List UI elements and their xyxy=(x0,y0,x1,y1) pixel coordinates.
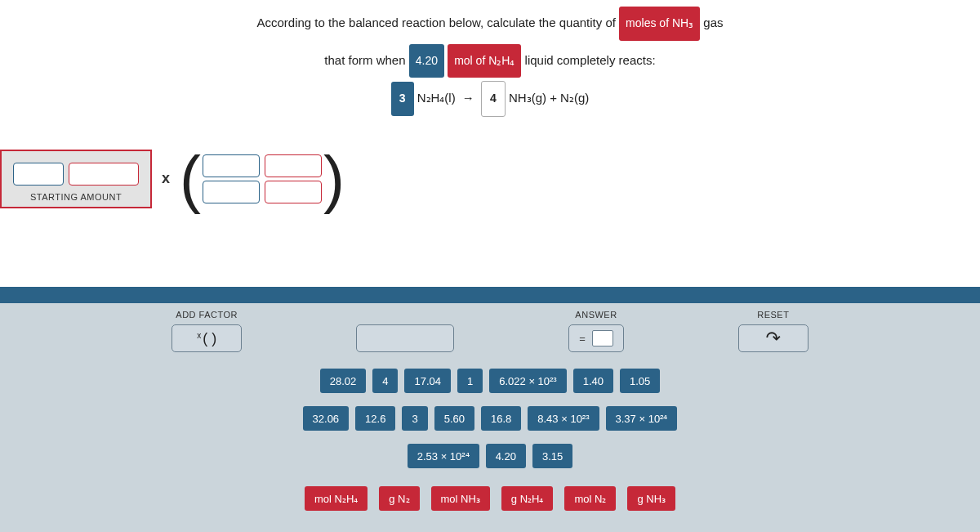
coefficient-2[interactable]: 4 xyxy=(481,81,506,117)
number-tile[interactable]: 3 xyxy=(402,406,427,431)
number-tile[interactable]: 5.60 xyxy=(434,406,474,431)
factor-box: ( ) xyxy=(180,154,345,204)
number-tile[interactable]: 12.6 xyxy=(355,406,395,431)
number-tile[interactable]: 3.37 × 10²⁴ xyxy=(606,406,678,431)
number-tile[interactable]: 28.02 xyxy=(320,369,367,393)
equals-icon: = xyxy=(579,333,586,345)
answer-slot xyxy=(592,330,613,346)
unit-tile[interactable]: mol N₂ xyxy=(564,486,616,511)
number-tile[interactable]: 8.43 × 10²³ xyxy=(528,406,599,431)
number-tile[interactable]: 1 xyxy=(457,369,483,393)
number-tile[interactable]: 6.022 × 10²³ xyxy=(489,369,566,393)
setup-row: STARTING AMOUNT x ( ) xyxy=(0,150,980,208)
numerator-unit-slot[interactable] xyxy=(265,154,322,177)
add-factor-label: ADD FACTOR xyxy=(172,310,242,320)
fraction xyxy=(203,154,322,203)
q-suffix1: gas xyxy=(703,16,723,29)
products: NH₃(g) + N₂(g) xyxy=(509,91,589,105)
q-target: moles of NH₃ xyxy=(619,7,700,41)
unit-tile[interactable]: mol N₂H₄ xyxy=(305,486,368,511)
reactant: N₂H₄(l) xyxy=(417,91,456,105)
add-factor-text: ( ) xyxy=(203,330,216,347)
answer-button[interactable]: = xyxy=(568,324,624,352)
starting-value-slot[interactable] xyxy=(13,163,64,186)
number-tile[interactable]: 17.04 xyxy=(404,369,451,393)
times-symbol: x xyxy=(162,170,170,187)
controls-row: ADD FACTOR x ( ) ANSWER = RESET ↶ xyxy=(0,303,980,369)
reset-label: RESET xyxy=(738,310,808,320)
q-amount-unit: mol of N₂H₄ xyxy=(448,44,521,78)
arrow-icon: → xyxy=(462,83,474,113)
unit-tile[interactable]: g N₂ xyxy=(379,486,419,511)
q-suffix2: liquid completely reacts: xyxy=(525,53,656,67)
q-prefix2: that form when xyxy=(324,53,405,67)
coefficient-1[interactable]: 3 xyxy=(391,82,414,116)
add-factor-button[interactable]: x ( ) xyxy=(172,324,242,352)
number-tile[interactable]: 1.05 xyxy=(620,369,660,393)
starting-label: STARTING AMOUNT xyxy=(10,192,142,202)
denominator-value-slot[interactable] xyxy=(203,181,260,203)
q-amount: 4.20 xyxy=(409,44,444,78)
unit-tile[interactable]: mol NH₃ xyxy=(431,486,490,511)
unit-tile[interactable]: g NH₃ xyxy=(627,486,675,511)
denominator-unit-slot[interactable] xyxy=(265,181,322,203)
unit-tile[interactable]: g N₂H₄ xyxy=(501,486,554,511)
unit-tiles: mol N₂H₄g N₂mol NH₃g N₂H₄mol N₂g NH₃ xyxy=(0,486,980,511)
answer-label: ANSWER xyxy=(568,310,624,320)
paren-left-icon: ( xyxy=(180,154,201,204)
number-tile[interactable]: 2.53 × 10²⁴ xyxy=(408,444,479,468)
number-tile[interactable]: 16.8 xyxy=(481,406,521,431)
current-expression[interactable] xyxy=(356,324,454,352)
number-tile[interactable]: 4.20 xyxy=(486,444,526,468)
bottom-panel: ADD FACTOR x ( ) ANSWER = RESET ↶ 28.024… xyxy=(0,287,980,532)
number-tile[interactable]: 1.40 xyxy=(573,369,613,393)
starting-amount-box[interactable]: STARTING AMOUNT xyxy=(0,150,152,208)
undo-icon: ↶ xyxy=(766,328,781,349)
number-tile[interactable]: 3.15 xyxy=(532,444,572,468)
add-factor-prefix: x xyxy=(197,331,201,340)
number-tile[interactable]: 4 xyxy=(372,369,398,393)
number-tiles: 28.02417.0416.022 × 10²³1.401.0532.0612.… xyxy=(180,369,800,468)
reset-button[interactable]: ↶ xyxy=(738,324,808,352)
divider-stripe xyxy=(0,287,980,303)
q-prefix1: According to the balanced reaction below… xyxy=(256,16,615,29)
question-text: According to the balanced reaction below… xyxy=(0,0,980,117)
numerator-value-slot[interactable] xyxy=(203,154,260,177)
starting-unit-slot[interactable] xyxy=(69,163,139,186)
number-tile[interactable]: 32.06 xyxy=(303,406,350,431)
blank-label xyxy=(356,310,454,320)
paren-right-icon: ) xyxy=(323,154,345,204)
